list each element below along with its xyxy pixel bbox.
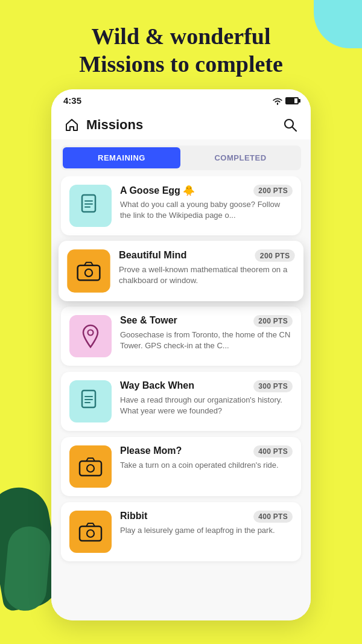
mission-content-beautiful-mind: Beautiful Mind 200 PTS Prove a well-know…: [119, 249, 295, 287]
mission-card-goose-egg[interactable]: A Goose Egg 🐥 200 PTS What do you call a…: [61, 176, 301, 235]
mission-icon-please-mom: [69, 445, 112, 488]
mission-desc-beautiful-mind: Prove a well-known mathematical theorem …: [119, 264, 295, 287]
mission-title-goose-egg: A Goose Egg 🐥: [120, 185, 253, 196]
mission-pts-ribbit: 400 PTS: [253, 511, 293, 523]
mission-pts-goose-egg: 200 PTS: [253, 185, 293, 197]
mission-desc-goose-egg: What do you call a young baby goose? Fol…: [120, 199, 293, 221]
mission-title-beautiful-mind: Beautiful Mind: [119, 249, 255, 260]
page-title: Wild & wonderful Missions to complete: [24, 23, 338, 78]
mission-card-way-back-when[interactable]: Way Back When 300 PTS Have a read throug…: [61, 372, 301, 431]
home-svg: [65, 118, 79, 132]
mission-card-please-mom[interactable]: Please Mom? 400 PTS Take a turn on a coi…: [61, 437, 301, 496]
page-header: Wild & wonderful Missions to complete: [0, 0, 362, 92]
tab-remaining[interactable]: REMAINING: [63, 147, 180, 168]
mission-desc-ribbit: Play a leisurely game of leapfrog in the…: [120, 525, 293, 536]
mission-icon-see-tower: [69, 315, 112, 357]
missions-list: A Goose Egg 🐥 200 PTS What do you call a…: [51, 176, 311, 620]
mission-content-see-tower: See & Tower 200 PTS Goosechase is from T…: [120, 315, 293, 351]
mission-icon-ribbit: [69, 511, 112, 553]
mission-icon-beautiful-mind: [67, 249, 110, 292]
mission-title-way-back-when: Way Back When: [120, 380, 253, 391]
camera-icon: [78, 521, 103, 542]
header-left: Missions: [63, 116, 143, 133]
mission-content-way-back-when: Way Back When 300 PTS Have a read throug…: [120, 380, 293, 416]
mission-desc-please-mom: Take a turn on a coin operated children'…: [120, 460, 293, 471]
app-header: Missions: [51, 109, 311, 139]
mission-content-please-mom: Please Mom? 400 PTS Take a turn on a coi…: [120, 445, 293, 471]
mission-desc-way-back-when: Have a read through our organization's h…: [120, 395, 293, 416]
mission-top-row: Way Back When 300 PTS: [120, 380, 293, 392]
tabs-container: REMAINING COMPLETED: [61, 145, 301, 170]
mission-top-row: Beautiful Mind 200 PTS: [119, 249, 295, 261]
mission-card-see-tower[interactable]: See & Tower 200 PTS Goosechase is from T…: [61, 307, 301, 366]
mission-pts-see-tower: 200 PTS: [253, 315, 293, 327]
mission-icon-way-back-when: [69, 380, 112, 422]
mission-pts-way-back-when: 300 PTS: [253, 380, 293, 392]
mission-pts-beautiful-mind: 200 PTS: [255, 249, 295, 261]
battery-icon: [285, 97, 299, 104]
svg-point-16: [87, 530, 94, 537]
svg-point-14: [87, 465, 94, 472]
phone-mockup: 4:35 Missions: [51, 89, 311, 620]
wifi-icon: [272, 97, 283, 105]
mission-title-see-tower: See & Tower: [120, 315, 253, 326]
mission-content-ribbit: Ribbit 400 PTS Play a leisurely game of …: [120, 511, 293, 536]
mission-title-ribbit: Ribbit: [120, 511, 253, 521]
mission-card-ribbit[interactable]: Ribbit 400 PTS Play a leisurely game of …: [61, 502, 301, 561]
mission-card-beautiful-mind[interactable]: Beautiful Mind 200 PTS Prove a well-know…: [59, 241, 303, 301]
mission-pts-please-mom: 400 PTS: [253, 445, 293, 457]
camera-icon: [77, 261, 101, 282]
status-bar: 4:35: [51, 89, 311, 109]
mission-top-row: See & Tower 200 PTS: [120, 315, 293, 327]
home-icon[interactable]: [63, 116, 80, 133]
svg-rect-15: [80, 526, 101, 541]
mission-top-row: Ribbit 400 PTS: [120, 511, 293, 523]
status-time: 4:35: [63, 95, 81, 106]
status-icons: [272, 97, 299, 105]
search-button[interactable]: [282, 116, 299, 133]
svg-point-8: [88, 330, 94, 336]
tab-completed[interactable]: COMPLETED: [182, 147, 299, 168]
search-icon: [284, 118, 297, 132]
location-icon: [81, 324, 100, 348]
mission-desc-see-tower: Goosechase is from Toronto, the home of …: [120, 330, 293, 351]
camera-icon: [78, 456, 103, 477]
mission-icon-goose-egg: [69, 185, 112, 227]
document-icon: [80, 389, 101, 413]
svg-line-1: [293, 127, 297, 132]
svg-rect-13: [80, 461, 101, 476]
mission-top-row: A Goose Egg 🐥 200 PTS: [120, 185, 293, 197]
document-icon: [80, 194, 101, 218]
app-title: Missions: [86, 117, 143, 133]
svg-point-7: [85, 269, 92, 276]
mission-title-please-mom: Please Mom?: [120, 445, 253, 456]
svg-rect-6: [78, 266, 100, 280]
mission-content-goose-egg: A Goose Egg 🐥 200 PTS What do you call a…: [120, 185, 293, 221]
mission-top-row: Please Mom? 400 PTS: [120, 445, 293, 457]
